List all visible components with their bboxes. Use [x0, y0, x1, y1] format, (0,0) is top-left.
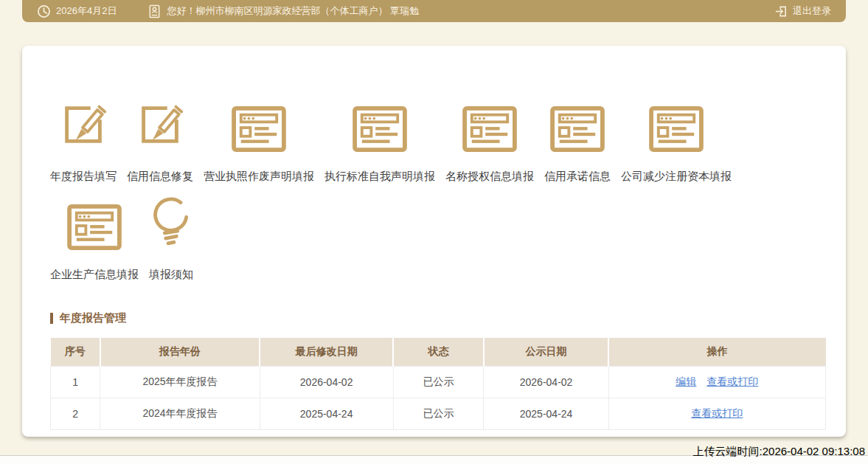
column-header: 公示日期: [484, 338, 608, 367]
shortcut-item[interactable]: 执行标准自我声明填报: [324, 96, 435, 184]
upload-time-caption: 上传云端时间:2026-04-02 09:13:08: [693, 445, 865, 459]
shortcut-item[interactable]: 信用承诺信息: [544, 96, 611, 184]
form-icon: [232, 96, 286, 152]
shortcut-row: 年度报告填写信用信息修复营业执照作废声明填报执行标准自我声明填报名称授权信息填报…: [50, 96, 825, 184]
date-group: 2026年4月2日: [37, 4, 117, 18]
column-header: 状态: [393, 338, 484, 367]
shortcut-item[interactable]: 营业执照作废声明填报: [204, 96, 314, 184]
user-badge-icon: [147, 4, 162, 18]
table-cell: 2026-04-02: [484, 367, 608, 398]
shortcut-label: 名称授权信息填报: [445, 170, 534, 184]
form-icon: [67, 194, 122, 250]
annual-report-table: 序号报告年份最后修改日期状态公示日期操作 12025年年度报告2026-04-0…: [50, 338, 826, 430]
table-cell: 已公示: [393, 398, 484, 430]
table-row: 12025年年度报告2026-04-02已公示2026-04-02编辑查看或打印: [51, 367, 826, 398]
edit-icon: [133, 96, 187, 152]
form-icon: [550, 96, 605, 152]
report-section-title: 年度报告管理: [50, 311, 825, 325]
shortcut-item[interactable]: 企业生产信息填报: [50, 194, 139, 282]
shortcut-item[interactable]: 公司减少注册资本填报: [621, 96, 732, 184]
title-bar-marker: [50, 313, 53, 324]
table-cell: 2025-04-24: [260, 398, 393, 430]
form-icon: [649, 96, 704, 152]
section-title-text: 年度报告管理: [60, 311, 126, 325]
edit-icon: [56, 96, 111, 152]
edit-link[interactable]: 编辑: [676, 375, 696, 387]
shortcut-label: 填报须知: [149, 268, 193, 282]
shortcut-item[interactable]: 年度报告填写: [50, 96, 117, 184]
logout-icon: [774, 4, 788, 18]
shortcut-label: 营业执照作废声明填报: [204, 170, 314, 184]
table-cell: 2024年年度报告: [100, 398, 260, 430]
topbar: 2026年4月2日 您好！柳州市柳南区明源家政经营部（个体工商户） 覃瑞勉 退出…: [22, 0, 846, 22]
shortcut-label: 信用信息修复: [127, 170, 193, 184]
shortcut-item[interactable]: 信用信息修复: [127, 96, 193, 184]
shortcut-label: 公司减少注册资本填报: [621, 170, 732, 184]
shortcut-label: 年度报告填写: [50, 170, 117, 184]
clock-icon: [37, 4, 51, 18]
shortcut-item[interactable]: 填报须知: [149, 194, 193, 282]
actions-cell: 查看或打印: [608, 398, 825, 430]
form-icon: [462, 96, 517, 152]
table-cell: 已公示: [393, 367, 484, 398]
shortcut-label: 信用承诺信息: [544, 170, 611, 184]
user-group: 您好！柳州市柳南区明源家政经营部（个体工商户） 覃瑞勉: [147, 4, 419, 18]
shortcut-item[interactable]: 名称授权信息填报: [445, 96, 534, 184]
actions-cell: 编辑查看或打印: [608, 367, 825, 398]
current-date: 2026年4月2日: [56, 4, 117, 18]
table-cell: 1: [51, 367, 100, 398]
logout-label: 退出登录: [793, 4, 831, 18]
table-cell: 2025年年度报告: [100, 367, 260, 398]
table-cell: 2: [51, 398, 100, 430]
view-or-print-link[interactable]: 查看或打印: [691, 407, 743, 419]
shortcut-label: 执行标准自我声明填报: [324, 170, 435, 184]
column-header: 操作: [608, 338, 825, 367]
form-icon: [353, 96, 407, 152]
table-header-row: 序号报告年份最后修改日期状态公示日期操作: [51, 338, 826, 367]
column-header: 最后修改日期: [260, 338, 393, 367]
bulb-icon: [152, 194, 190, 250]
main-card: 年度报告填写信用信息修复营业执照作废声明填报执行标准自我声明填报名称授权信息填报…: [22, 46, 846, 437]
user-greeting: 您好！柳州市柳南区明源家政经营部（个体工商户） 覃瑞勉: [167, 4, 419, 18]
table-cell: 2025-04-24: [484, 398, 608, 430]
column-header: 报告年份: [100, 338, 260, 367]
column-header: 序号: [51, 338, 100, 367]
view-or-print-link[interactable]: 查看或打印: [706, 375, 758, 387]
logout-button[interactable]: 退出登录: [774, 4, 831, 18]
shortcut-grid: 年度报告填写信用信息修复营业执照作废声明填报执行标准自我声明填报名称授权信息填报…: [50, 96, 825, 282]
shortcut-row: 企业生产信息填报填报须知: [50, 194, 825, 282]
shortcut-label: 企业生产信息填报: [50, 268, 139, 282]
table-cell: 2026-04-02: [260, 367, 393, 398]
table-row: 22024年年度报告2025-04-24已公示2025-04-24查看或打印: [51, 398, 826, 430]
